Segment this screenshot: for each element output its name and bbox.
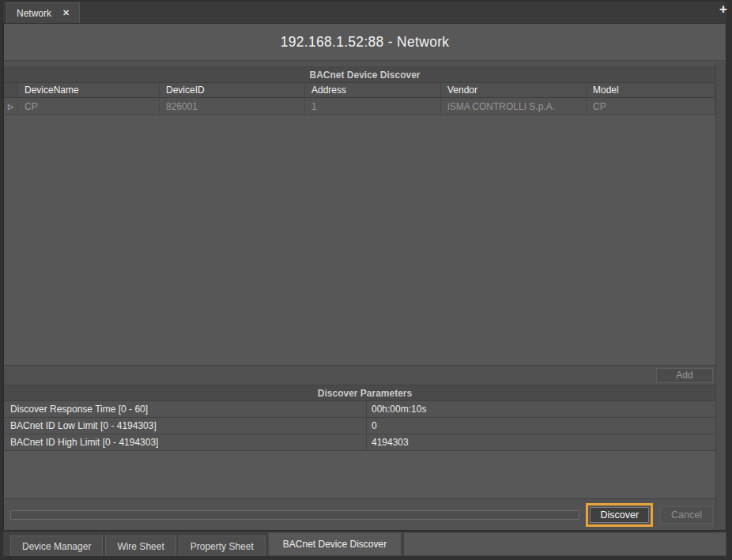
title-spacer bbox=[4, 61, 726, 67]
vertical-scrollbar[interactable] bbox=[715, 62, 726, 530]
tab-network[interactable]: Network ✕ bbox=[6, 2, 80, 23]
column-header-deviceid[interactable]: DeviceID bbox=[160, 83, 305, 97]
param-label: BACnet ID Low Limit [0 - 4194303] bbox=[4, 418, 366, 434]
column-header-devicename[interactable]: DeviceName bbox=[18, 83, 160, 97]
param-value-response-time[interactable]: 00h:00m:10s bbox=[366, 401, 715, 417]
section-header-discover-parameters: Discover Parameters bbox=[4, 385, 726, 401]
param-label: Discover Response Time [0 - 60] bbox=[4, 401, 366, 417]
close-tab-icon[interactable]: ✕ bbox=[62, 8, 70, 18]
cell-devicename: CP bbox=[18, 98, 160, 115]
parameters-empty-area bbox=[4, 451, 726, 498]
discover-button[interactable]: Discover bbox=[590, 507, 649, 523]
param-row-response-time: Discover Response Time [0 - 60] 00h:00m:… bbox=[4, 401, 715, 418]
footer-toolbar: Discover Cancel bbox=[4, 498, 726, 530]
new-tab-icon[interactable]: + bbox=[719, 2, 727, 17]
param-value-id-high-limit[interactable]: 4194303 bbox=[366, 434, 715, 450]
param-row-id-low-limit: BACnet ID Low Limit [0 - 4194303] 0 bbox=[4, 418, 715, 434]
add-button[interactable]: Add bbox=[656, 368, 713, 383]
top-tab-bar: Network ✕ bbox=[3, 2, 726, 23]
discover-progress-bar bbox=[10, 510, 579, 520]
bottom-tab-bar: Device Manager Wire Sheet Property Sheet… bbox=[3, 532, 726, 556]
cell-vendor: iSMA CONTROLLI S.p.A. bbox=[441, 98, 587, 115]
application-window: { "window": { "top_tab": { "label": "Net… bbox=[0, 0, 732, 560]
column-header-selector bbox=[4, 83, 18, 97]
cell-address: 1 bbox=[305, 98, 441, 115]
tab-network-label: Network bbox=[17, 8, 51, 19]
cell-model: CP bbox=[587, 98, 715, 115]
tab-bacnet-device-discover[interactable]: BACnet Device Discover bbox=[268, 532, 402, 556]
cell-deviceid: 826001 bbox=[160, 98, 305, 115]
device-table-header: DeviceName DeviceID Address Vendor Model bbox=[4, 83, 715, 98]
param-value-id-low-limit[interactable]: 0 bbox=[366, 418, 715, 434]
discover-button-highlight: Discover bbox=[586, 503, 653, 527]
device-table-empty-area bbox=[4, 115, 726, 365]
bottom-tabbar-filler bbox=[404, 532, 726, 556]
cancel-button[interactable]: Cancel bbox=[660, 506, 713, 524]
table-row[interactable]: ▷ CP 826001 1 iSMA CONTROLLI S.p.A. CP bbox=[4, 98, 715, 115]
page-title: 192.168.1.52:88 - Network bbox=[4, 24, 726, 61]
param-row-id-high-limit: BACnet ID High Limit [0 - 4194303] 41943… bbox=[4, 434, 715, 451]
tab-device-manager[interactable]: Device Manager bbox=[10, 536, 103, 556]
column-header-vendor[interactable]: Vendor bbox=[441, 83, 587, 97]
column-header-address[interactable]: Address bbox=[305, 83, 441, 97]
tab-wire-sheet[interactable]: Wire Sheet bbox=[105, 536, 175, 556]
param-label: BACnet ID High Limit [0 - 4194303] bbox=[4, 434, 366, 450]
main-panel: 192.168.1.52:88 - Network BACnet Device … bbox=[3, 23, 726, 531]
section-header-bacnet-device-discover: BACnet Device Discover bbox=[4, 67, 726, 83]
row-selector-icon: ▷ bbox=[4, 98, 18, 115]
tab-property-sheet[interactable]: Property Sheet bbox=[179, 536, 266, 556]
column-header-model[interactable]: Model bbox=[587, 83, 715, 97]
add-toolbar: Add bbox=[4, 365, 726, 385]
